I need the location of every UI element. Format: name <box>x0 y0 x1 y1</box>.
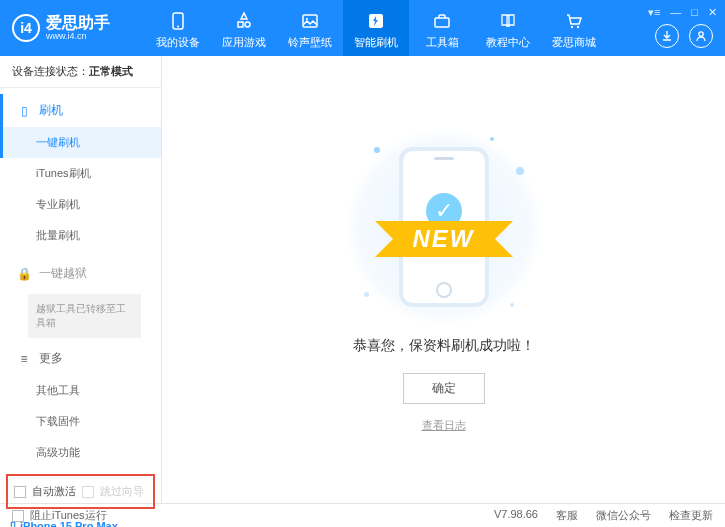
footer-support[interactable]: 客服 <box>556 508 578 523</box>
nav-ringtones[interactable]: 铃声壁纸 <box>277 0 343 56</box>
skip-guide-checkbox[interactable] <box>82 486 94 498</box>
app-url: www.i4.cn <box>46 32 110 42</box>
svg-point-6 <box>571 26 573 28</box>
lock-icon: 🔒 <box>17 267 31 281</box>
phone-icon <box>167 10 189 32</box>
close-icon[interactable]: ✕ <box>708 6 717 19</box>
book-icon <box>497 10 519 32</box>
nav-my-device[interactable]: 我的设备 <box>145 0 211 56</box>
svg-point-8 <box>699 32 703 36</box>
svg-point-3 <box>306 18 308 20</box>
image-icon <box>299 10 321 32</box>
more-icon: ≡ <box>17 352 31 366</box>
user-button[interactable] <box>689 24 713 48</box>
sidebar-item-itunes[interactable]: iTunes刷机 <box>0 158 161 189</box>
app-title: 爱思助手 <box>46 14 110 32</box>
main-content: ✓ NEW 恭喜您，保资料刷机成功啦！ 确定 查看日志 <box>162 56 725 503</box>
block-itunes-label: 阻止iTunes运行 <box>30 508 107 523</box>
ok-button[interactable]: 确定 <box>403 373 485 404</box>
nav-apps[interactable]: 应用游戏 <box>211 0 277 56</box>
sidebar-item-oneclick[interactable]: 一键刷机 <box>0 127 161 158</box>
svg-point-1 <box>177 26 179 28</box>
logo: i4 爱思助手 www.i4.cn <box>0 14 145 42</box>
success-illustration: ✓ NEW <box>344 127 544 327</box>
success-message: 恭喜您，保资料刷机成功啦！ <box>353 337 535 355</box>
sidebar-item-advanced[interactable]: 高级功能 <box>0 437 161 468</box>
sidebar-head-flash[interactable]: ▯刷机 <box>0 94 161 127</box>
nav-store[interactable]: 爱思商城 <box>541 0 607 56</box>
cart-icon <box>563 10 585 32</box>
flash-icon <box>365 10 387 32</box>
minimize-icon[interactable]: — <box>670 6 681 19</box>
view-log-link[interactable]: 查看日志 <box>422 418 466 433</box>
sidebar: 设备连接状态：正常模式 ▯刷机 一键刷机 iTunes刷机 专业刷机 批量刷机 … <box>0 56 162 503</box>
sidebar-item-batch[interactable]: 批量刷机 <box>0 220 161 251</box>
sidebar-head-jailbreak[interactable]: 🔒一键越狱 <box>0 257 161 290</box>
connection-status: 设备连接状态：正常模式 <box>0 56 161 88</box>
top-nav: 我的设备 应用游戏 铃声壁纸 智能刷机 工具箱 教程中心 爱思商城 <box>145 0 607 56</box>
auto-activate-checkbox[interactable] <box>14 486 26 498</box>
menu-icon[interactable]: ▾≡ <box>648 6 660 19</box>
nav-flash[interactable]: 智能刷机 <box>343 0 409 56</box>
version-label: V7.98.66 <box>494 508 538 523</box>
nav-tutorials[interactable]: 教程中心 <box>475 0 541 56</box>
sidebar-item-firmware[interactable]: 下载固件 <box>0 406 161 437</box>
header: i4 爱思助手 www.i4.cn 我的设备 应用游戏 铃声壁纸 智能刷机 工具… <box>0 0 725 56</box>
logo-icon: i4 <box>12 14 40 42</box>
nav-toolbox[interactable]: 工具箱 <box>409 0 475 56</box>
options-highlight-box: 自动激活 跳过向导 <box>6 474 155 509</box>
footer-update[interactable]: 检查更新 <box>669 508 713 523</box>
svg-point-7 <box>577 26 579 28</box>
new-ribbon: NEW <box>395 221 493 257</box>
sidebar-head-more[interactable]: ≡更多 <box>0 342 161 375</box>
maximize-icon[interactable]: □ <box>691 6 698 19</box>
download-button[interactable] <box>655 24 679 48</box>
jailbreak-note: 越狱工具已转移至工具箱 <box>28 294 141 338</box>
window-controls: ▾≡ — □ ✕ <box>648 6 717 19</box>
block-itunes-checkbox[interactable] <box>12 510 24 522</box>
footer-wechat[interactable]: 微信公众号 <box>596 508 651 523</box>
sidebar-item-other[interactable]: 其他工具 <box>0 375 161 406</box>
svg-rect-2 <box>303 15 317 27</box>
sidebar-item-pro[interactable]: 专业刷机 <box>0 189 161 220</box>
apps-icon <box>233 10 255 32</box>
phone-small-icon: ▯ <box>17 104 31 118</box>
svg-rect-5 <box>435 18 449 27</box>
toolbox-icon <box>431 10 453 32</box>
